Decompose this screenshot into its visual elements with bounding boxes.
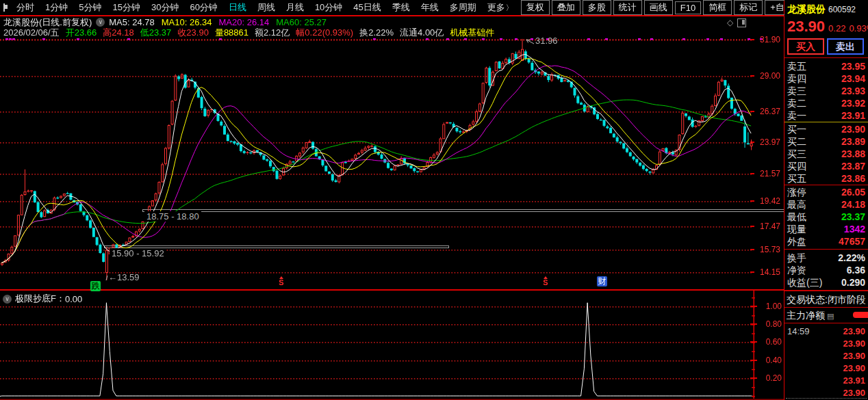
stats-button[interactable]: 统计 [613,0,642,15]
ask-price: 23.91 [841,109,865,122]
stat-value: 1342 [844,223,865,235]
y-axis-label: 21.57 [753,169,780,178]
stat-label: 净资 [787,265,806,276]
divider [784,249,868,250]
sell-button[interactable]: 卖出 [827,38,864,55]
stat-label: 最低 [787,211,806,222]
indicator-value: 0.00 [65,294,82,304]
tick-row: 23.91 [784,375,868,387]
limit-up-row: 涨停26.05 [784,186,868,198]
multi-stock-button[interactable]: 多股 [583,0,611,15]
ask-row-2[interactable]: 卖二23.92 [784,97,868,109]
indicator-axis-label: 0.60 [754,337,782,347]
tick-price: 23.90 [843,350,865,362]
ask-price: 23.93 [841,85,865,97]
tab-yearly[interactable]: 年线 [416,1,444,14]
y-axis-label: 29.00 [753,71,780,81]
turnover-value: 换2.22% [359,27,394,39]
tab-60min[interactable]: 60分钟 [184,1,222,14]
fuquan-button[interactable]: 复权 [521,0,550,15]
tab-5min[interactable]: 5分钟 [73,1,107,14]
simple-frame-button[interactable]: 简框 [703,0,732,15]
divider [784,290,868,291]
turnover-row: 换手2.22% [784,252,868,264]
support-level-label: 15.90 - 15.92 [110,248,166,258]
main-chart-canvas[interactable] [0,0,868,400]
mark-button[interactable]: 标记 [734,0,763,15]
date-label: 2026/02/06/五 [3,27,60,39]
f10-button[interactable]: F10 [675,1,701,14]
current-price: 23.90 [787,18,825,35]
bid-row-5[interactable]: 买五23.86 [784,172,868,185]
high-price-annotation: 31.96 [535,36,558,46]
quote-header[interactable]: 龙溪股份600592 [787,3,868,16]
tab-10min[interactable]: 10分钟 [309,1,348,14]
sell-signal-mark: S [542,276,549,286]
draw-line-button[interactable]: 画线 [644,0,673,15]
resistance-level-label: 18.75 - 18.80 [144,211,201,222]
buy-button[interactable]: 买入 [787,38,824,55]
diamond-icon[interactable]: ◇ [727,18,733,27]
ask-label: 卖五 [787,61,806,72]
indicator-axis-label: 0.20 [754,373,782,383]
ask-row-5[interactable]: 卖五23.95 [784,60,868,72]
overlay-button[interactable]: 叠加 [552,0,580,15]
bid-row-4[interactable]: 买四23.87 [784,160,868,172]
stock-name: 龙溪股份 [787,3,826,14]
day-high-row: 最高24.18 [784,198,868,211]
current-price-row: 23.900.220.93% [787,18,868,36]
bid-row-1[interactable]: 买一23.90 [784,123,868,135]
bid-price: 23.88 [841,148,865,160]
tick-time: 14:59 [787,326,810,336]
tab-1min[interactable]: 1分钟 [40,1,73,14]
stat-value: 47657 [839,235,865,248]
tab-monthly[interactable]: 月线 [281,1,309,14]
ask-label: 卖一 [787,110,806,121]
ask-row-4[interactable]: 卖四23.94 [784,72,868,85]
tab-fenshi[interactable]: 分时 [11,1,40,14]
tab-weekly[interactable]: 周线 [252,1,281,14]
stat-value: 23.37 [841,211,865,223]
open-value: 开23.66 [66,27,97,39]
tab-multi-period[interactable]: 多周期 [444,1,482,14]
stock-code: 600592 [828,5,856,14]
bid-label: 买四 [787,161,806,172]
ask-row-1[interactable]: 卖一23.91 [784,109,868,122]
y-axis-label: 19.42 [753,196,780,206]
stat-value: 26.05 [841,186,865,198]
stat-value: 24.18 [841,198,865,211]
tab-daily-selected[interactable]: 日线 [223,1,252,14]
y-axis-label: 26.37 [753,107,780,116]
tab-15min[interactable]: 15分钟 [107,1,145,14]
toolbar-buttons: 复权 叠加 多股 统计 画线 F10 简框 标记 +自选 返回 [519,0,830,15]
bid-label: 买五 [787,173,806,184]
tab-quarterly[interactable]: 季线 [387,1,416,14]
tab-more[interactable]: 更多〉 [482,1,519,14]
ask-row-3[interactable]: 卖三23.93 [784,85,868,97]
bid-label: 买一 [787,124,806,135]
divider [786,398,867,399]
bid-row-3[interactable]: 买三23.88 [784,148,868,160]
ask-price: 23.92 [841,97,865,109]
y-axis-label: 23.97 [753,137,780,147]
tab-30min[interactable]: 30分钟 [146,1,184,14]
net-asset-row: 净资6.36 [784,264,868,276]
tab-45day[interactable]: 45日线 [348,1,386,14]
chart-corner-icons: ◇ [727,18,746,27]
ma60-value: MA60: 25.27 [276,17,327,27]
stat-label: 收益(三) [787,277,822,288]
window-layout-icon[interactable] [3,3,5,12]
bid-price: 23.87 [841,160,865,172]
price-change: 0.22 [828,23,845,34]
y-axis-label: 17.47 [753,222,780,231]
stat-value: 0.290 [841,276,865,289]
tick-row: 14:5923.90 [784,325,868,338]
tick-price: 23.90 [843,325,865,338]
bid-row-2[interactable]: 买二23.89 [784,135,868,148]
split-panel-icon[interactable] [737,18,746,27]
chart-title-row: 龙溪股份(日线.前复权) ∨ MA5: 24.78 MA10: 26.34 MA… [3,17,333,27]
ma10-value: MA10: 26.34 [162,17,212,27]
chevron-down-icon[interactable]: ∨ [96,18,105,27]
drop-signal-badge: 跌 [90,281,101,291]
chevron-down-icon[interactable]: ∨ [3,295,12,304]
